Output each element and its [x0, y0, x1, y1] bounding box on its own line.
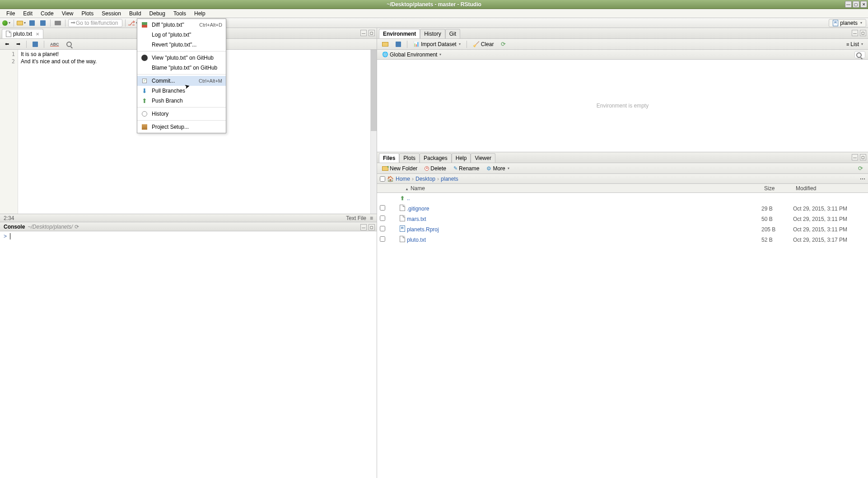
- new-folder-button[interactable]: New Folder: [380, 164, 420, 173]
- clear-env-button[interactable]: 🧹 Clear: [471, 40, 496, 48]
- menu-tools[interactable]: Tools: [170, 9, 190, 18]
- file-checkbox[interactable]: [380, 236, 385, 242]
- save-workspace-button[interactable]: [393, 41, 403, 48]
- file-name[interactable]: pluto.txt: [407, 237, 761, 243]
- file-name[interactable]: planets.Rproj: [407, 226, 761, 233]
- menu-plots[interactable]: Plots: [78, 9, 98, 18]
- menu-code[interactable]: Code: [37, 9, 57, 18]
- import-dataset-button[interactable]: 📊 Import Dataset▾: [411, 40, 463, 48]
- git-pull-item[interactable]: ⬇Pull Branches: [137, 86, 226, 96]
- close-window-button[interactable]: ✕: [860, 1, 867, 8]
- menu-build[interactable]: Build: [126, 9, 145, 18]
- tab-packages[interactable]: Packages: [420, 153, 452, 163]
- tab-help[interactable]: Help: [452, 153, 471, 163]
- git-menu-button[interactable]: ⎇▾: [128, 19, 137, 27]
- separator: [467, 41, 467, 48]
- back-button[interactable]: ⬅: [3, 40, 11, 48]
- breadcrumb-desktop[interactable]: Desktop: [415, 176, 435, 182]
- menu-edit[interactable]: Edit: [19, 9, 36, 18]
- env-search[interactable]: [854, 52, 865, 58]
- file-checkbox[interactable]: [380, 216, 385, 221]
- save-button[interactable]: [28, 19, 37, 27]
- maximize-pane-button[interactable]: ▢: [860, 154, 866, 160]
- git-view-github-item[interactable]: View "pluto.txt" on GitHub: [137, 53, 226, 63]
- menu-help[interactable]: Help: [191, 9, 209, 18]
- open-button[interactable]: ▾: [17, 19, 26, 27]
- project-button[interactable]: planets▾: [829, 19, 866, 27]
- minimize-pane-button[interactable]: —: [852, 30, 858, 36]
- file-checkbox[interactable]: [380, 226, 385, 231]
- minimize-pane-button[interactable]: —: [852, 154, 858, 160]
- tab-git[interactable]: Git: [445, 29, 460, 38]
- tab-history[interactable]: History: [420, 29, 445, 38]
- editor-scrollbar[interactable]: [370, 50, 377, 214]
- save-all-button[interactable]: [38, 19, 47, 27]
- maximize-pane-button[interactable]: ▢: [369, 224, 375, 230]
- file-size: 205 B: [761, 226, 793, 233]
- minimize-pane-button[interactable]: —: [360, 224, 367, 230]
- git-revert-item[interactable]: Revert "pluto.txt"...: [137, 40, 226, 50]
- titlebar: ~/Desktop/planets - master - RStudio — ▢…: [0, 0, 868, 9]
- find-button[interactable]: [64, 41, 74, 48]
- tab-viewer[interactable]: Viewer: [471, 153, 495, 163]
- line-gutter: 12: [0, 50, 18, 214]
- maximize-pane-button[interactable]: ▢: [860, 30, 866, 36]
- git-diff-item[interactable]: Diff "pluto.txt"Ctrl+Alt+D: [137, 20, 226, 30]
- breadcrumb-more-button[interactable]: ⋯: [860, 176, 865, 182]
- git-blame-github-item[interactable]: Blame "pluto.txt" on GitHub: [137, 63, 226, 73]
- more-button[interactable]: ⚙ More▾: [484, 164, 511, 173]
- file-row-parent[interactable]: ⬆ ..: [377, 193, 868, 203]
- editor-statusbar: 2:34 Text File ≡: [0, 214, 377, 222]
- maximize-button[interactable]: ▢: [853, 1, 859, 8]
- rename-button[interactable]: ✎ Rename: [451, 164, 481, 173]
- new-file-button[interactable]: ▾: [2, 19, 11, 27]
- spellcheck-button[interactable]: ABC: [48, 41, 61, 47]
- file-name[interactable]: ..: [407, 195, 761, 202]
- console-clear-icon[interactable]: ⟳: [75, 224, 79, 230]
- menu-file[interactable]: File: [3, 9, 19, 18]
- env-scope-select[interactable]: 🌐 Global Environment▾: [380, 51, 443, 59]
- editor-tab-pluto[interactable]: pluto.txt ✕: [2, 29, 43, 38]
- col-modified-header[interactable]: Modified: [796, 185, 868, 192]
- minimize-pane-button[interactable]: —: [360, 30, 367, 36]
- git-project-setup-item[interactable]: Project Setup...: [137, 122, 226, 132]
- save-source-button[interactable]: [30, 41, 40, 48]
- menu-debug[interactable]: Debug: [146, 9, 169, 18]
- folder-icon: [17, 21, 23, 25]
- print-button[interactable]: [53, 19, 62, 27]
- scrollbar-thumb[interactable]: [371, 50, 377, 131]
- tab-plots[interactable]: Plots: [399, 153, 420, 163]
- file-name[interactable]: .gitignore: [407, 206, 761, 212]
- delete-button[interactable]: ✕ Delete: [422, 164, 448, 173]
- file-checkbox[interactable]: [380, 205, 385, 211]
- breadcrumb-home[interactable]: Home: [396, 176, 410, 182]
- rproj-icon: [400, 225, 405, 232]
- git-commit-item[interactable]: Commit...Ctrl+Alt+M: [137, 76, 226, 86]
- git-log-item[interactable]: Log of "pluto.txt": [137, 30, 226, 40]
- tab-files[interactable]: Files: [379, 153, 399, 163]
- file-type-dropdown-icon[interactable]: ≡: [370, 215, 373, 221]
- refresh-files-button[interactable]: ⟳: [856, 164, 865, 173]
- git-history-item[interactable]: History: [137, 109, 226, 119]
- view-mode-button[interactable]: ≡ List▾: [844, 40, 865, 48]
- home-icon[interactable]: 🏠: [387, 176, 394, 182]
- col-size-header[interactable]: Size: [764, 185, 796, 192]
- file-row: mars.txt 50 B Oct 29, 2015, 3:11 PM: [377, 214, 868, 224]
- menu-session[interactable]: Session: [98, 9, 125, 18]
- forward-button[interactable]: ➡: [14, 40, 23, 48]
- breadcrumb-planets[interactable]: planets: [441, 176, 458, 182]
- console-body[interactable]: >: [0, 231, 377, 478]
- close-tab-icon[interactable]: ✕: [36, 32, 39, 37]
- select-all-checkbox[interactable]: [380, 176, 385, 182]
- load-workspace-button[interactable]: [380, 41, 391, 47]
- goto-file-input[interactable]: ⮕ Go to file/function: [68, 19, 122, 27]
- maximize-pane-button[interactable]: ▢: [369, 30, 375, 36]
- refresh-env-button[interactable]: ⟳: [499, 40, 508, 48]
- menu-view[interactable]: View: [58, 9, 77, 18]
- file-type-label[interactable]: Text File: [346, 215, 366, 221]
- git-push-item[interactable]: ⬆Push Branch: [137, 96, 226, 106]
- col-name-header[interactable]: ▲Name: [377, 185, 764, 192]
- tab-environment[interactable]: Environment: [379, 29, 420, 38]
- file-name[interactable]: mars.txt: [407, 216, 761, 222]
- minimize-button[interactable]: —: [845, 1, 852, 8]
